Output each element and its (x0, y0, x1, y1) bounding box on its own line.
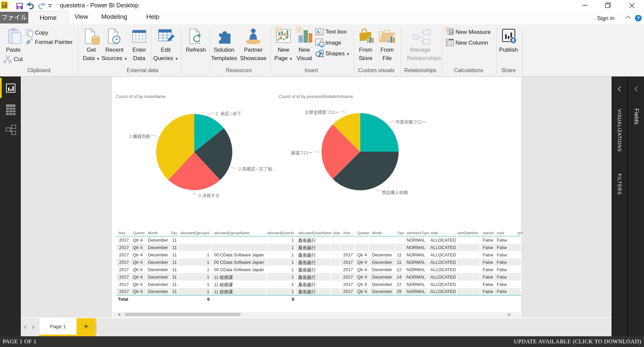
svg-text:?: ? (637, 15, 640, 21)
svg-text:A: A (317, 29, 320, 34)
